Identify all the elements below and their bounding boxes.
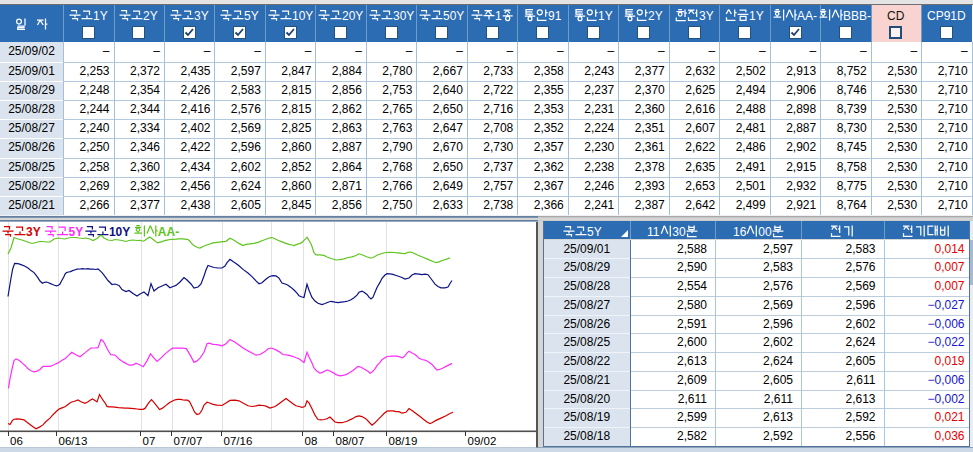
svg-text:11: 11 [647,224,660,238]
svg-text:10Y: 10Y [109,225,130,239]
svg-text:1: 1 [495,9,502,23]
svg-text:06: 06 [10,435,23,447]
svg-text:08: 08 [305,435,318,447]
svg-text:50Y: 50Y [443,9,464,23]
svg-text:CP91D: CP91D [927,9,966,23]
svg-text:07: 07 [143,435,156,447]
svg-text:5Y: 5Y [244,9,259,23]
svg-text:09/02: 09/02 [468,435,497,447]
svg-text:1Y: 1Y [598,9,613,23]
svg-text:2Y: 2Y [143,9,158,23]
svg-text:07/16: 07/16 [224,435,253,447]
svg-text:2Y: 2Y [648,9,663,23]
svg-text:07/07: 07/07 [174,435,203,447]
svg-text:CD: CD [887,9,905,23]
svg-text:3Y: 3Y [699,9,714,23]
svg-text:3Y: 3Y [26,225,41,239]
svg-text:16: 16 [733,224,747,238]
svg-text:BBB-: BBB- [843,9,871,23]
svg-text:08/07: 08/07 [336,435,365,447]
svg-text:1Y: 1Y [749,9,764,23]
svg-text:1Y: 1Y [93,9,108,23]
svg-text:10Y: 10Y [292,9,313,23]
svg-text:AA-: AA- [797,9,817,23]
svg-text:5Y: 5Y [587,224,602,238]
svg-text:AA-: AA- [158,225,179,239]
svg-text:3Y: 3Y [194,9,209,23]
svg-text:5Y: 5Y [69,225,84,239]
svg-text:30: 30 [672,224,686,238]
svg-text:08/19: 08/19 [389,435,418,447]
svg-text:30Y: 30Y [393,9,414,23]
svg-text:06/13: 06/13 [59,435,88,447]
svg-text:91: 91 [548,9,562,23]
svg-text:20Y: 20Y [342,9,363,23]
svg-text:00: 00 [758,224,772,238]
